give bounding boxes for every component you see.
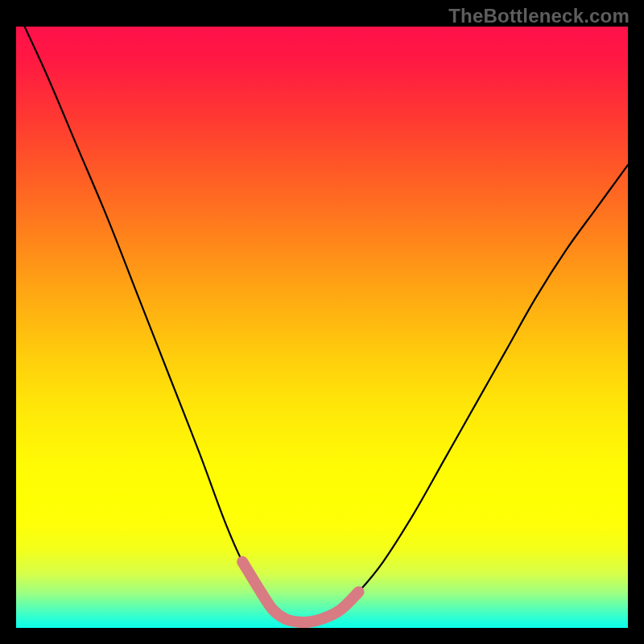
bottleneck-curve — [16, 9, 628, 622]
watermark-text: TheBottleneck.com — [448, 5, 630, 27]
chart-container: TheBottleneck.com — [0, 0, 644, 644]
curve-svg — [16, 27, 628, 628]
bottom-arc-highlight — [242, 562, 358, 622]
plot-area — [16, 27, 628, 628]
